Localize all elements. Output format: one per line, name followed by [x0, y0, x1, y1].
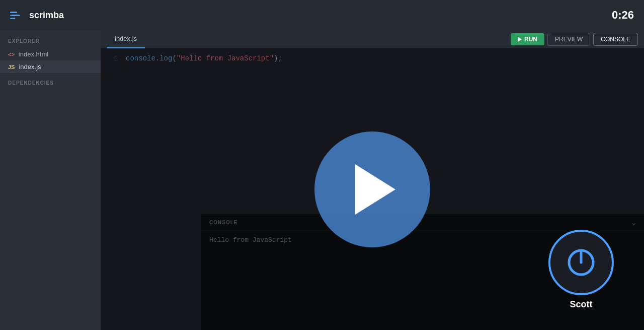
play-button[interactable] — [314, 131, 430, 247]
js-icon: JS — [8, 64, 15, 70]
editor-container: index.js RUN PREVIEW CONSOLE 1 console.l… — [101, 30, 644, 330]
sidebar-item-html[interactable]: <> index.html — [0, 48, 101, 60]
logo: scrimba — [10, 10, 64, 21]
play-triangle-icon — [355, 164, 395, 215]
tab-actions: RUN PREVIEW CONSOLE — [511, 33, 638, 46]
sidebar: EXPLORER <> index.html JS index.js DEPEN… — [0, 30, 101, 330]
run-play-icon — [518, 37, 522, 42]
logo-text: scrimba — [29, 10, 64, 21]
main-layout: EXPLORER <> index.html JS index.js DEPEN… — [0, 30, 644, 330]
svg-rect-2 — [10, 18, 15, 19]
dependencies-label: DEPENDENCIES — [0, 80, 101, 90]
html-file-label: index.html — [19, 50, 48, 58]
avatar-name: Scott — [570, 299, 593, 310]
run-label: RUN — [524, 36, 537, 43]
tab-left: index.js — [107, 30, 145, 48]
tab-indexjs[interactable]: index.js — [107, 30, 145, 48]
html-icon: <> — [8, 51, 15, 57]
run-button[interactable]: RUN — [511, 33, 544, 45]
power-icon — [566, 247, 596, 278]
logo-icon — [10, 10, 24, 21]
sidebar-item-js[interactable]: JS index.js — [0, 60, 101, 73]
avatar-area: Scott — [548, 230, 614, 310]
preview-button[interactable]: PREVIEW — [547, 33, 590, 46]
svg-rect-0 — [10, 12, 17, 13]
tab-bar: index.js RUN PREVIEW CONSOLE — [101, 30, 644, 48]
avatar — [548, 230, 614, 295]
console-button[interactable]: CONSOLE — [593, 33, 638, 46]
header: scrimba 0:26 — [0, 0, 644, 30]
explorer-label: EXPLORER — [0, 38, 101, 48]
js-file-label: index.js — [19, 63, 41, 71]
svg-rect-1 — [10, 15, 20, 16]
timer: 0:26 — [612, 9, 634, 22]
